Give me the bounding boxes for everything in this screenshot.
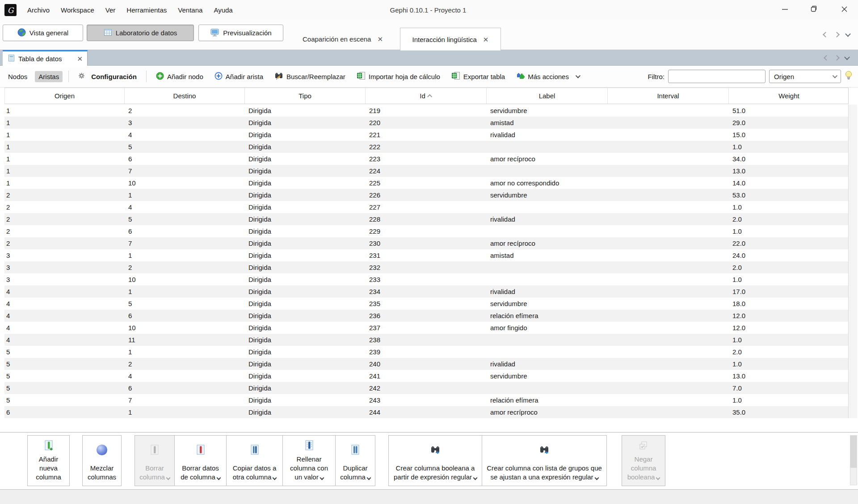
table-cell[interactable]: 219 (365, 105, 486, 117)
table-cell[interactable] (607, 273, 728, 286)
table-cell[interactable]: 13.0 (728, 370, 849, 382)
table-cell[interactable]: 4 (4, 298, 124, 310)
panel-scrollbar-thumb[interactable] (850, 436, 857, 468)
search-replace-button[interactable]: Buscar/Reemplazar (271, 70, 349, 83)
table-cell[interactable] (486, 261, 607, 273)
close-window-button[interactable] (834, 0, 854, 18)
table-cell[interactable] (607, 153, 728, 165)
copy-column-data-button[interactable]: Copiar datos a otra columna (226, 435, 283, 486)
table-cell[interactable]: 4 (4, 334, 124, 346)
table-cell[interactable]: amor no correspondido (486, 177, 607, 189)
table-cell[interactable]: 225 (365, 177, 486, 189)
table-cell[interactable]: 2 (124, 261, 244, 273)
table-row[interactable]: 45Dirigida235servidumbre18.0 (4, 298, 848, 310)
table-cell[interactable]: 223 (365, 153, 486, 165)
table-cell[interactable]: 239 (365, 346, 486, 358)
table-cell[interactable]: 17.0 (728, 286, 849, 298)
table-cell[interactable]: 226 (365, 189, 486, 201)
table-row[interactable]: 24Dirigida2271.0 (4, 201, 848, 213)
column-header-interval[interactable]: Interval (608, 88, 729, 104)
table-cell[interactable]: 244 (365, 406, 486, 418)
table-cell[interactable]: 18.0 (728, 298, 849, 310)
table-cell[interactable]: Dirigida (244, 406, 365, 418)
configuration-button[interactable]: Configuración (75, 71, 140, 82)
table-cell[interactable]: 6 (4, 406, 124, 418)
import-spreadsheet-button[interactable]: Importar hoja de cálculo (353, 70, 444, 83)
table-cell[interactable]: Dirigida (244, 189, 365, 201)
table-cell[interactable]: 241 (365, 370, 486, 382)
table-cell[interactable] (607, 261, 728, 273)
menu-ventana[interactable]: Ventana (178, 6, 202, 14)
table-row[interactable]: 12Dirigida219servidumbre51.0 (4, 105, 848, 117)
table-cell[interactable]: 2.0 (728, 261, 849, 273)
table-cell[interactable]: 227 (365, 201, 486, 213)
menu-herramientas[interactable]: Herramientas (126, 6, 167, 14)
table-cell[interactable]: Dirigida (244, 370, 365, 382)
table-cell[interactable]: amor fingido (486, 322, 607, 334)
table-row[interactable]: 16Dirigida223amor recíproco34.0 (4, 153, 848, 165)
table-cell[interactable]: 4 (124, 129, 244, 141)
table-cell[interactable]: 1 (4, 141, 124, 153)
table-cell[interactable] (607, 406, 728, 418)
table-cell[interactable]: 6 (124, 310, 244, 322)
table-cell[interactable]: 4 (124, 370, 244, 382)
table-cell[interactable] (607, 141, 728, 153)
table-cell[interactable]: servidumbre (486, 105, 607, 117)
table-cell[interactable]: Dirigida (244, 117, 365, 129)
create-group-list-column-regex-button[interactable]: Crear columna con lista de grupos que se… (482, 435, 607, 486)
table-cell[interactable]: Dirigida (244, 334, 365, 346)
table-cell[interactable]: 3 (4, 261, 124, 273)
table-cell[interactable]: 1.0 (728, 358, 849, 370)
table-cell[interactable]: 1 (124, 189, 244, 201)
table-cell[interactable]: 7 (124, 165, 244, 177)
column-header-label[interactable]: Label (487, 88, 608, 104)
table-cell[interactable]: 10 (124, 177, 244, 189)
table-cell[interactable]: Dirigida (244, 322, 365, 334)
table-cell[interactable]: 233 (365, 273, 486, 286)
table-row[interactable]: 46Dirigida236relación efímera12.0 (4, 310, 848, 322)
table-cell[interactable]: Dirigida (244, 129, 365, 141)
table-cell[interactable]: 4 (4, 286, 124, 298)
chevron-down-icon[interactable] (845, 31, 851, 37)
table-cell[interactable]: 1 (4, 165, 124, 177)
maximize-button[interactable] (803, 0, 824, 18)
table-cell[interactable]: 6 (124, 382, 244, 394)
table-row[interactable]: 410Dirigida237amor fingido12.0 (4, 322, 848, 334)
table-cell[interactable] (607, 105, 728, 117)
table-cell[interactable] (607, 237, 728, 249)
table-cell[interactable] (607, 201, 728, 213)
table-row[interactable]: 31Dirigida231amistad24.0 (4, 249, 848, 261)
table-cell[interactable]: 243 (365, 394, 486, 406)
table-cell[interactable]: 5 (4, 394, 124, 406)
table-cell[interactable] (486, 273, 607, 286)
table-row[interactable]: 110Dirigida225amor no correspondido14.0 (4, 177, 848, 189)
table-cell[interactable] (486, 334, 607, 346)
table-cell[interactable] (486, 225, 607, 237)
table-row[interactable]: 14Dirigida221rivalidad15.0 (4, 129, 848, 141)
table-cell[interactable]: 7 (124, 237, 244, 249)
table-cell[interactable]: 5 (4, 346, 124, 358)
table-cell[interactable]: Dirigida (244, 286, 365, 298)
table-cell[interactable]: 3 (4, 249, 124, 261)
edges-toggle-button[interactable]: Aristas (35, 71, 63, 82)
table-row[interactable]: 54Dirigida241servidumbre13.0 (4, 370, 848, 382)
table-cell[interactable] (607, 358, 728, 370)
table-cell[interactable]: Dirigida (244, 382, 365, 394)
table-cell[interactable]: 12.0 (728, 322, 849, 334)
table-cell[interactable]: 5 (124, 298, 244, 310)
more-actions-button[interactable]: Más acciones (513, 70, 583, 83)
table-cell[interactable]: 230 (365, 237, 486, 249)
table-cell[interactable] (486, 165, 607, 177)
table-cell[interactable] (486, 346, 607, 358)
table-cell[interactable] (607, 189, 728, 201)
table-cell[interactable] (607, 298, 728, 310)
table-cell[interactable]: 2 (4, 189, 124, 201)
table-cell[interactable]: 240 (365, 358, 486, 370)
add-edge-button[interactable]: Añadir arista (211, 70, 267, 83)
table-cell[interactable] (607, 346, 728, 358)
table-cell[interactable]: 1 (124, 286, 244, 298)
menu-ayuda[interactable]: Ayuda (214, 6, 232, 14)
column-header-id[interactable]: Id (366, 88, 487, 104)
table-cell[interactable]: 1.0 (728, 225, 849, 237)
table-cell[interactable] (607, 310, 728, 322)
